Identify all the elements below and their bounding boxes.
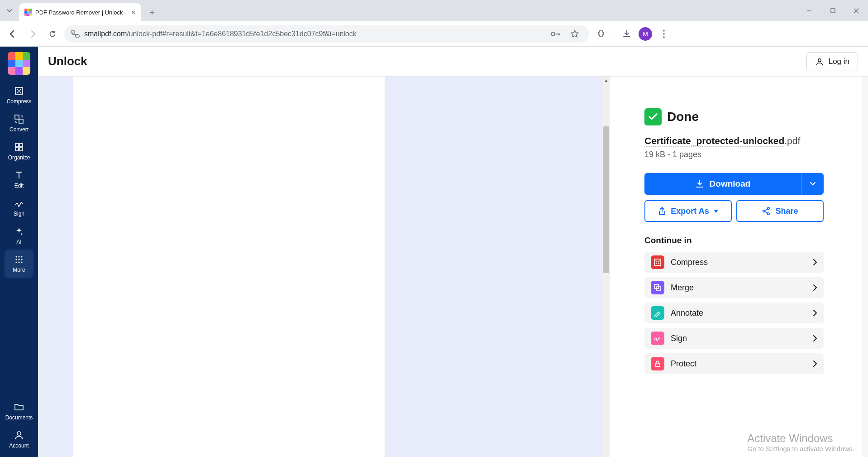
nav-forward-button[interactable] — [24, 26, 41, 42]
sidebar-label: More — [13, 267, 25, 273]
document-preview[interactable]: ▲ — [38, 77, 610, 457]
export-as-button[interactable]: Export As — [644, 200, 732, 222]
browser-tabstrip: PDF Password Remover | Unlock ✕ ＋ — [0, 0, 868, 21]
compress-icon — [14, 86, 24, 96]
download-menu-button[interactable] — [801, 173, 824, 195]
edit-icon — [14, 170, 24, 181]
chevron-right-icon — [813, 284, 817, 291]
done-heading: Done — [667, 110, 699, 124]
bookmark-star-icon[interactable] — [567, 26, 583, 42]
chevron-right-icon — [813, 360, 817, 367]
compress-tool-icon — [651, 255, 664, 269]
pdf-page — [73, 77, 385, 457]
sidebar-item-edit[interactable]: Edit — [5, 165, 33, 193]
preview-scrollbar[interactable]: ▲ — [602, 77, 610, 457]
svg-point-21 — [15, 261, 17, 263]
continue-label: Merge — [671, 283, 806, 293]
sidebar-item-organize[interactable]: Organize — [5, 137, 33, 165]
download-label: Download — [710, 179, 751, 189]
svg-point-6 — [663, 33, 665, 35]
sidebar-item-sign[interactable]: Sign — [5, 193, 33, 221]
continue-list: Compress Merge Annotate Sign Protect — [644, 252, 824, 374]
sidebar-item-compress[interactable]: Compress — [5, 81, 33, 109]
nav-reload-button[interactable] — [44, 26, 61, 42]
continue-item-merge[interactable]: Merge — [644, 277, 824, 298]
sidebar-item-ai[interactable]: AI — [5, 221, 33, 250]
file-meta: 19 kB - 1 pages — [644, 150, 841, 159]
sidebar-item-more[interactable]: More — [5, 250, 33, 278]
page-title: Unlock — [48, 54, 87, 68]
toolbar-separator — [614, 29, 614, 39]
svg-rect-14 — [19, 148, 23, 151]
svg-point-24 — [17, 432, 21, 435]
share-button[interactable]: Share — [736, 200, 824, 222]
svg-point-15 — [15, 256, 17, 257]
chevron-right-icon — [813, 259, 817, 266]
scrollbar-up-icon[interactable]: ▲ — [602, 77, 610, 84]
svg-point-28 — [768, 213, 769, 215]
success-check-icon — [644, 108, 662, 125]
left-sidebar: Compress Convert Organize Edit Sign AI M… — [0, 47, 38, 457]
sidebar-item-documents[interactable]: Documents — [5, 397, 33, 425]
caret-down-icon — [714, 210, 718, 213]
continue-item-sign[interactable]: Sign — [644, 328, 824, 349]
continue-item-compress[interactable]: Compress — [644, 252, 824, 273]
export-icon — [658, 207, 666, 216]
window-maximize-button[interactable] — [821, 0, 844, 21]
tab-search-dropdown[interactable] — [0, 0, 19, 21]
window-close-button[interactable] — [844, 0, 868, 21]
continue-item-annotate[interactable]: Annotate — [644, 303, 824, 323]
result-panel: Done Certificate_protected-unlocked.pdf … — [610, 77, 868, 457]
download-icon — [695, 179, 704, 188]
merge-tool-icon — [651, 281, 664, 294]
svg-rect-13 — [15, 148, 19, 151]
svg-point-22 — [18, 261, 19, 263]
svg-point-19 — [18, 259, 19, 260]
sign-tool-icon — [651, 332, 664, 345]
sidebar-label: Compress — [7, 98, 32, 105]
share-label: Share — [775, 207, 798, 216]
filename-ext: .pdf — [784, 135, 800, 146]
chevron-right-icon — [813, 309, 817, 317]
login-button[interactable]: Log in — [806, 52, 858, 71]
svg-rect-9 — [15, 115, 19, 119]
browser-tab[interactable]: PDF Password Remover | Unlock ✕ — [19, 3, 141, 21]
sidebar-label: Edit — [14, 183, 24, 189]
svg-rect-3 — [76, 35, 79, 37]
tab-close-icon[interactable]: ✕ — [129, 9, 137, 16]
ai-sparkle-icon — [14, 226, 24, 237]
address-bar[interactable]: smallpdf.com/unlock-pdf#r=result&t=1e6e8… — [64, 25, 589, 43]
login-label: Log in — [829, 57, 849, 66]
extensions-icon[interactable] — [593, 26, 609, 42]
site-info-icon[interactable] — [71, 30, 80, 38]
svg-point-20 — [21, 259, 22, 260]
sidebar-item-convert[interactable]: Convert — [5, 109, 33, 137]
svg-point-17 — [21, 256, 22, 257]
filename-base: Certificate_protected-unlocked — [644, 135, 784, 147]
share-icon — [762, 207, 771, 216]
new-tab-button[interactable]: ＋ — [145, 5, 159, 19]
svg-point-16 — [18, 256, 19, 257]
svg-rect-11 — [15, 144, 19, 147]
smallpdf-logo-icon[interactable] — [8, 52, 30, 75]
svg-point-4 — [551, 32, 555, 36]
password-key-icon[interactable] — [548, 26, 564, 42]
downloads-icon[interactable] — [619, 26, 635, 42]
account-icon — [14, 430, 24, 441]
nav-back-button[interactable] — [5, 26, 21, 42]
svg-rect-12 — [19, 144, 23, 147]
scrollbar-thumb[interactable] — [603, 126, 609, 273]
user-icon — [815, 57, 824, 66]
sidebar-item-account[interactable]: Account — [5, 425, 33, 453]
sidebar-label: Organize — [8, 154, 30, 161]
filename[interactable]: Certificate_protected-unlocked.pdf — [644, 135, 841, 146]
continue-label: Protect — [671, 359, 806, 369]
window-minimize-button[interactable] — [797, 0, 821, 21]
profile-avatar-button[interactable]: M — [639, 27, 652, 41]
svg-rect-29 — [654, 259, 661, 265]
continue-item-protect[interactable]: Protect — [644, 353, 824, 374]
download-button[interactable]: Download — [644, 173, 801, 195]
panel-scrollbar[interactable] — [862, 77, 868, 457]
browser-toolbar: smallpdf.com/unlock-pdf#r=result&t=1e6e8… — [0, 21, 868, 47]
chrome-menu-icon[interactable] — [656, 26, 672, 42]
